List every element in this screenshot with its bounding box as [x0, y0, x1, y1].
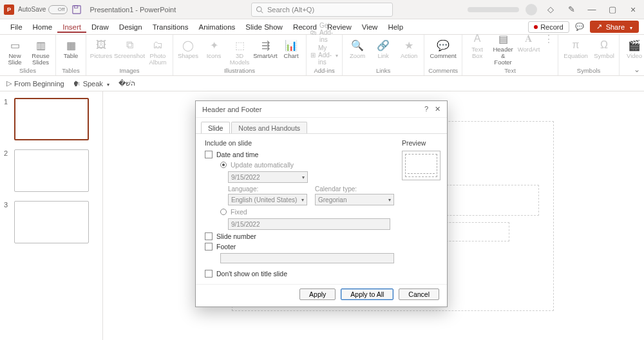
group-slides: ▭NewSlide ▥ReuseSlides Slides — [0, 35, 56, 75]
apply-button[interactable]: Apply — [299, 288, 336, 300]
window-close-icon[interactable]: × — [626, 3, 640, 17]
collapse-ribbon-icon[interactable]: ⌄ — [634, 65, 640, 74]
search-icon — [256, 6, 263, 14]
date-dropdown[interactable]: 9/15/2022 — [228, 171, 308, 183]
help-icon[interactable]: ? — [424, 105, 428, 113]
dialog-tab-notes[interactable]: Notes and Handouts — [231, 122, 307, 133]
slide-thumbnail[interactable] — [14, 98, 89, 140]
action-button[interactable]: ★Action — [398, 39, 420, 59]
equation-button[interactable]: πEquation — [562, 39, 589, 59]
diamond-icon[interactable]: ◇ — [544, 3, 558, 17]
3d-models-button[interactable]: ⬚3DModels — [229, 39, 251, 66]
chevron-down-icon — [629, 23, 632, 31]
chart-icon: 📊 — [285, 39, 298, 52]
video-button[interactable]: 🎬Video — [623, 39, 644, 59]
update-auto-radio[interactable]: Update automatically — [220, 161, 394, 169]
radio-icon — [220, 209, 227, 215]
calendar-dropdown[interactable]: Gregorian — [315, 194, 394, 205]
chart-button[interactable]: 📊Chart — [280, 39, 302, 59]
tab-transitions[interactable]: Transitions — [147, 21, 194, 33]
slide-thumbnail[interactable] — [14, 149, 89, 192]
slide-number-checkbox[interactable]: Slide number — [205, 232, 394, 240]
group-label: Slides — [19, 66, 36, 75]
wordart-button[interactable]: 𝐀WordArt — [518, 32, 540, 53]
header-footer-button[interactable]: ▤Header& Footer — [492, 32, 514, 66]
group-links: 🔍Zoom 🔗Link ★Action Links — [343, 35, 424, 75]
autosave-toggle[interactable]: AutoSave Off — [18, 5, 68, 14]
more-icon: ⋮ — [542, 32, 555, 45]
from-beginning-button[interactable]: ▷ From Beginning — [6, 79, 64, 88]
window-minimize-icon[interactable]: — — [585, 3, 599, 17]
smartart-button[interactable]: ⇶SmartArt — [254, 39, 276, 59]
tab-slideshow[interactable]: Slide Show — [240, 21, 288, 33]
my-addins-button[interactable]: ⊞My Add-ins — [310, 44, 338, 66]
window-restore-icon[interactable]: ▢ — [605, 3, 620, 17]
zoom-button[interactable]: 🔍Zoom — [346, 39, 368, 59]
powerpoint-app-icon: P — [4, 5, 14, 15]
photo-album-button[interactable]: 🗂PhotoAlbum — [147, 39, 169, 66]
customize-qat-button[interactable]: �השׁ — [118, 79, 135, 88]
icons-button[interactable]: ✦Icons — [203, 39, 225, 59]
dont-show-title-checkbox[interactable]: Don't show on title slide — [205, 270, 394, 278]
more-text-button[interactable]: ⋮ — [544, 32, 554, 45]
speak-button[interactable]: 🗣 Speak — [73, 80, 109, 88]
shapes-button[interactable]: ◯Shapes — [177, 39, 199, 59]
tab-view[interactable]: View — [357, 21, 383, 33]
svg-rect-0 — [73, 5, 80, 13]
header-footer-icon: ▤ — [497, 32, 509, 45]
symbol-button[interactable]: ΩSymbol — [593, 39, 615, 59]
user-avatar-icon[interactable] — [526, 4, 537, 15]
table-button[interactable]: ▦Table — [60, 39, 82, 59]
tab-draw[interactable]: Draw — [86, 21, 114, 33]
comment-button[interactable]: 💬Comment — [430, 39, 457, 59]
pen-icon[interactable]: ✎ — [564, 3, 578, 17]
tab-file[interactable]: File — [5, 21, 28, 33]
fixed-date-input[interactable]: 9/15/2022 — [228, 218, 390, 230]
fixed-radio[interactable]: Fixed — [220, 208, 394, 216]
tab-design[interactable]: Design — [114, 21, 147, 33]
screenshot-button[interactable]: ⧉Screenshot — [116, 39, 143, 59]
reuse-slides-button[interactable]: ▥ReuseSlides — [30, 39, 52, 66]
cancel-button[interactable]: Cancel — [399, 288, 439, 300]
tab-insert[interactable]: Insert — [57, 21, 86, 33]
addin-icon: ⊞ — [310, 52, 316, 59]
footer-checkbox[interactable]: Footer — [205, 243, 394, 250]
language-dropdown[interactable]: English (United States) — [228, 194, 307, 205]
close-icon[interactable]: ✕ — [435, 105, 440, 113]
tab-help[interactable]: Help — [383, 21, 408, 33]
tab-animations[interactable]: Animations — [193, 21, 240, 33]
pictures-button[interactable]: 🖼Pictures — [90, 39, 112, 59]
thumb-row-2[interactable]: 2 — [4, 149, 99, 192]
dialog-titlebar[interactable]: Header and Footer ? ✕ — [196, 101, 447, 118]
preview-thumbnail — [402, 151, 440, 180]
thumb-number: 2 — [4, 149, 10, 192]
chevron-down-icon — [334, 52, 338, 59]
thumb-row-1[interactable]: 1 — [4, 98, 99, 140]
slide-thumbnail[interactable] — [14, 201, 89, 243]
link-button[interactable]: 🔗Link — [372, 39, 394, 59]
dialog-title: Header and Footer — [202, 106, 261, 113]
save-icon[interactable] — [71, 5, 82, 15]
text-box-button[interactable]: ATextBox — [466, 32, 488, 59]
photo-album-icon: 🗂 — [151, 39, 164, 52]
tab-home[interactable]: Home — [28, 21, 58, 33]
date-time-checkbox[interactable]: Date and time — [205, 151, 394, 158]
smartart-icon: ⇶ — [259, 39, 272, 52]
record-dot-icon — [534, 25, 538, 29]
comments-pane-icon[interactable]: 💬 — [573, 21, 586, 33]
zoom-icon: 🔍 — [351, 39, 364, 52]
share-label: Share — [606, 23, 625, 31]
group-symbols: πEquation ΩSymbol Symbols — [558, 35, 620, 75]
footer-text-input[interactable] — [220, 253, 394, 263]
share-button[interactable]: ↗ Share — [590, 21, 639, 33]
thumb-row-3[interactable]: 3 — [4, 201, 99, 243]
document-title: Presentation1 - PowerPoint — [90, 6, 176, 14]
get-addins-button[interactable]: 🛍Get Add-ins — [310, 22, 338, 43]
titlebar: P AutoSave Off Presentation1 - PowerPoin… — [0, 0, 644, 19]
apply-to-all-button[interactable]: Apply to All — [341, 288, 393, 300]
new-slide-button[interactable]: ▭NewSlide — [4, 39, 26, 66]
dialog-tab-slide[interactable]: Slide — [201, 122, 230, 133]
screenshot-icon: ⧉ — [123, 39, 136, 52]
search-input[interactable]: Search (Alt+Q) — [251, 3, 393, 17]
equation-icon: π — [569, 39, 582, 52]
